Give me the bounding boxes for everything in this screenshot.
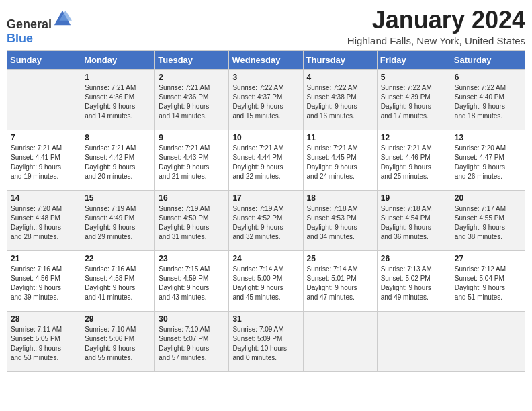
calendar-header-row: SundayMondayTuesdayWednesdayThursdayFrid… <box>7 50 525 69</box>
calendar-cell: 23Sunrise: 7:15 AM Sunset: 4:59 PM Dayli… <box>155 250 229 311</box>
logo-blue-text: Blue <box>7 32 33 45</box>
calendar-table: SundayMondayTuesdayWednesdayThursdayFrid… <box>7 50 525 372</box>
calendar-cell: 24Sunrise: 7:14 AM Sunset: 5:00 PM Dayli… <box>229 250 303 311</box>
title-block: January 2024 Highland Falls, New York, U… <box>347 7 525 46</box>
calendar-cell: 13Sunrise: 7:20 AM Sunset: 4:47 PM Dayli… <box>451 130 525 190</box>
day-info: Sunrise: 7:21 AM Sunset: 4:42 PM Dayligh… <box>85 144 151 181</box>
day-number: 6 <box>455 73 521 82</box>
day-info: Sunrise: 7:21 AM Sunset: 4:43 PM Dayligh… <box>159 144 225 181</box>
day-number: 27 <box>455 254 521 263</box>
day-number: 19 <box>381 193 447 203</box>
calendar-cell: 11Sunrise: 7:21 AM Sunset: 4:45 PM Dayli… <box>303 130 377 190</box>
day-number: 31 <box>232 314 299 324</box>
day-info: Sunrise: 7:14 AM Sunset: 5:00 PM Dayligh… <box>232 265 299 302</box>
calendar-week-5: 28Sunrise: 7:11 AM Sunset: 5:05 PM Dayli… <box>7 311 525 371</box>
logo-wordmark: General Blue <box>7 9 72 46</box>
calendar-cell: 7Sunrise: 7:21 AM Sunset: 4:41 PM Daylig… <box>7 130 81 190</box>
day-number: 24 <box>232 254 299 263</box>
location-title: Highland Falls, New York, United States <box>347 35 525 46</box>
day-info: Sunrise: 7:20 AM Sunset: 4:47 PM Dayligh… <box>455 144 521 181</box>
logo: General Blue <box>7 9 72 46</box>
calendar-cell <box>303 311 377 371</box>
day-number: 17 <box>232 193 299 203</box>
calendar-cell: 27Sunrise: 7:12 AM Sunset: 5:04 PM Dayli… <box>451 250 525 311</box>
day-info: Sunrise: 7:19 AM Sunset: 4:49 PM Dayligh… <box>85 204 151 242</box>
calendar-week-2: 7Sunrise: 7:21 AM Sunset: 4:41 PM Daylig… <box>7 130 525 190</box>
day-number: 29 <box>85 314 151 324</box>
calendar-cell: 29Sunrise: 7:10 AM Sunset: 5:06 PM Dayli… <box>81 311 155 371</box>
day-number: 9 <box>159 133 225 142</box>
calendar-cell: 20Sunrise: 7:17 AM Sunset: 4:55 PM Dayli… <box>451 190 525 250</box>
day-number: 12 <box>381 133 447 142</box>
calendar-cell: 14Sunrise: 7:20 AM Sunset: 4:48 PM Dayli… <box>7 190 81 250</box>
day-number: 10 <box>232 133 299 142</box>
calendar-cell: 12Sunrise: 7:21 AM Sunset: 4:46 PM Dayli… <box>377 130 451 190</box>
calendar-cell: 10Sunrise: 7:21 AM Sunset: 4:44 PM Dayli… <box>229 130 303 190</box>
logo-general-text: General <box>7 17 52 31</box>
calendar-cell: 31Sunrise: 7:09 AM Sunset: 5:09 PM Dayli… <box>229 311 303 371</box>
day-number: 15 <box>85 193 151 203</box>
day-number: 26 <box>381 254 447 263</box>
calendar-cell: 5Sunrise: 7:22 AM Sunset: 4:39 PM Daylig… <box>377 69 451 130</box>
day-number: 25 <box>307 254 373 263</box>
calendar-cell: 15Sunrise: 7:19 AM Sunset: 4:49 PM Dayli… <box>81 190 155 250</box>
day-info: Sunrise: 7:10 AM Sunset: 5:07 PM Dayligh… <box>159 325 225 363</box>
day-number: 13 <box>455 133 521 142</box>
day-number: 21 <box>11 254 77 263</box>
calendar-cell: 3Sunrise: 7:22 AM Sunset: 4:37 PM Daylig… <box>229 69 303 130</box>
day-number: 7 <box>11 133 77 142</box>
day-number: 11 <box>307 133 373 142</box>
calendar-week-4: 21Sunrise: 7:16 AM Sunset: 4:56 PM Dayli… <box>7 250 525 311</box>
day-info: Sunrise: 7:22 AM Sunset: 4:38 PM Dayligh… <box>307 83 373 121</box>
calendar-cell: 25Sunrise: 7:14 AM Sunset: 5:01 PM Dayli… <box>303 250 377 311</box>
calendar-cell: 8Sunrise: 7:21 AM Sunset: 4:42 PM Daylig… <box>81 130 155 190</box>
page-header: General Blue January 2024 Highland Falls… <box>7 7 525 46</box>
day-number: 22 <box>85 254 151 263</box>
calendar-cell: 2Sunrise: 7:21 AM Sunset: 4:36 PM Daylig… <box>155 69 229 130</box>
day-info: Sunrise: 7:21 AM Sunset: 4:36 PM Dayligh… <box>85 83 151 121</box>
calendar-cell: 18Sunrise: 7:18 AM Sunset: 4:53 PM Dayli… <box>303 190 377 250</box>
day-info: Sunrise: 7:18 AM Sunset: 4:53 PM Dayligh… <box>307 204 373 242</box>
calendar-cell: 1Sunrise: 7:21 AM Sunset: 4:36 PM Daylig… <box>81 69 155 130</box>
day-info: Sunrise: 7:21 AM Sunset: 4:45 PM Dayligh… <box>307 144 373 181</box>
column-header-sunday: Sunday <box>7 50 81 69</box>
day-info: Sunrise: 7:13 AM Sunset: 5:02 PM Dayligh… <box>381 265 447 302</box>
day-number: 30 <box>159 314 225 324</box>
calendar-week-3: 14Sunrise: 7:20 AM Sunset: 4:48 PM Dayli… <box>7 190 525 250</box>
day-number: 23 <box>159 254 225 263</box>
day-info: Sunrise: 7:16 AM Sunset: 4:58 PM Dayligh… <box>85 265 151 302</box>
day-info: Sunrise: 7:21 AM Sunset: 4:41 PM Dayligh… <box>11 144 77 181</box>
day-info: Sunrise: 7:17 AM Sunset: 4:55 PM Dayligh… <box>455 204 521 242</box>
day-number: 5 <box>381 73 447 82</box>
calendar-cell: 4Sunrise: 7:22 AM Sunset: 4:38 PM Daylig… <box>303 69 377 130</box>
day-number: 1 <box>85 73 151 82</box>
calendar-cell: 30Sunrise: 7:10 AM Sunset: 5:07 PM Dayli… <box>155 311 229 371</box>
logo-icon <box>53 9 72 28</box>
day-info: Sunrise: 7:19 AM Sunset: 4:52 PM Dayligh… <box>232 204 299 242</box>
column-header-monday: Monday <box>81 50 155 69</box>
day-info: Sunrise: 7:21 AM Sunset: 4:44 PM Dayligh… <box>232 144 299 181</box>
calendar-cell <box>7 69 81 130</box>
day-info: Sunrise: 7:09 AM Sunset: 5:09 PM Dayligh… <box>232 325 299 363</box>
day-number: 14 <box>11 193 77 203</box>
column-header-friday: Friday <box>377 50 451 69</box>
calendar-cell: 16Sunrise: 7:19 AM Sunset: 4:50 PM Dayli… <box>155 190 229 250</box>
calendar-cell: 9Sunrise: 7:21 AM Sunset: 4:43 PM Daylig… <box>155 130 229 190</box>
column-header-saturday: Saturday <box>451 50 525 69</box>
day-number: 16 <box>159 193 225 203</box>
day-info: Sunrise: 7:18 AM Sunset: 4:54 PM Dayligh… <box>381 204 447 242</box>
calendar-cell: 21Sunrise: 7:16 AM Sunset: 4:56 PM Dayli… <box>7 250 81 311</box>
month-title: January 2024 <box>347 7 525 34</box>
calendar-cell <box>451 311 525 371</box>
day-info: Sunrise: 7:21 AM Sunset: 4:46 PM Dayligh… <box>381 144 447 181</box>
day-info: Sunrise: 7:20 AM Sunset: 4:48 PM Dayligh… <box>11 204 77 242</box>
calendar-cell <box>377 311 451 371</box>
column-header-wednesday: Wednesday <box>229 50 303 69</box>
day-info: Sunrise: 7:22 AM Sunset: 4:37 PM Dayligh… <box>232 83 299 121</box>
calendar-cell: 17Sunrise: 7:19 AM Sunset: 4:52 PM Dayli… <box>229 190 303 250</box>
day-number: 8 <box>85 133 151 142</box>
column-header-thursday: Thursday <box>303 50 377 69</box>
calendar-cell: 28Sunrise: 7:11 AM Sunset: 5:05 PM Dayli… <box>7 311 81 371</box>
day-number: 3 <box>232 73 299 82</box>
day-info: Sunrise: 7:15 AM Sunset: 4:59 PM Dayligh… <box>159 265 225 302</box>
